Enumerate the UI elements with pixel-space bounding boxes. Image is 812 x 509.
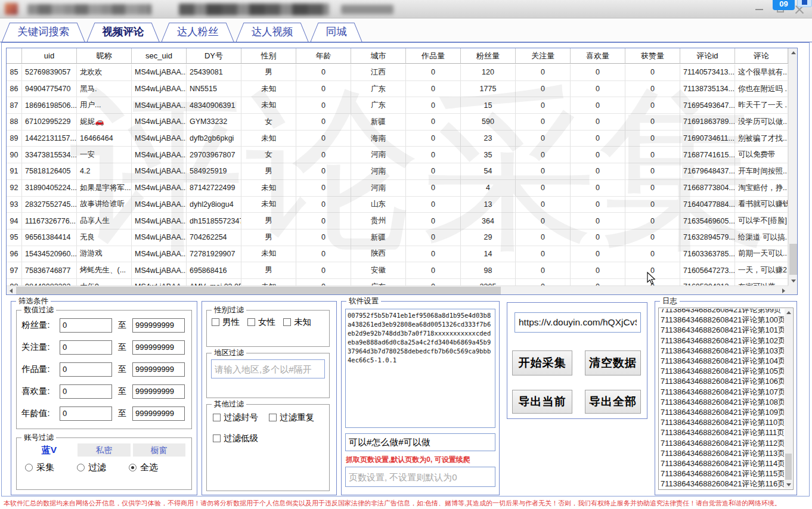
cell-关注量: 0	[516, 279, 571, 285]
works-max-input[interactable]	[132, 362, 185, 377]
cell-作品量: 0	[406, 131, 461, 147]
table-row[interactable]: 8694904775470黑马.MS4wLjABAA...NN5515未知0广东…	[7, 81, 788, 98]
cell-关注量: 0	[516, 97, 571, 113]
scroll-right-icon[interactable]	[779, 286, 788, 295]
button-开始采集[interactable]: 开始采集	[512, 350, 572, 375]
cell-性别: 男	[241, 64, 296, 80]
table-row[interactable]: 8914422131157...16466464MS4wLjABAA...dyf…	[7, 131, 788, 147]
age-max-input[interactable]	[132, 406, 185, 421]
account-segments: 蓝V私密橱窗	[23, 443, 185, 457]
account-segment-私密[interactable]: 私密	[78, 443, 130, 457]
scroll-up-icon[interactable]	[789, 48, 798, 57]
log-entry: 7113864346882608421评论第115页	[661, 468, 784, 479]
cell-关注量: 0	[516, 114, 571, 130]
scroll-left-icon[interactable]	[7, 286, 16, 295]
column-header-喜欢量[interactable]: 喜欢量	[571, 48, 625, 63]
cell-评论id: 71690734611...	[680, 131, 735, 147]
column-header-年龄[interactable]: 年龄	[296, 48, 351, 63]
cell-uid: 75818126405	[22, 163, 77, 179]
column-header-作品量[interactable]: 作品量	[406, 48, 461, 63]
likes-max-input[interactable]	[132, 384, 185, 399]
vertical-scroll-thumb[interactable]	[789, 244, 797, 275]
numeric-filter-row: 喜欢量:至	[17, 380, 191, 402]
tab-达人粉丝[interactable]: 达人粉丝	[162, 23, 234, 42]
cell-DY号: 29703967807	[187, 147, 241, 163]
cell-性别: 男	[241, 262, 296, 278]
cell-sec_uid: MS4wLjABAA...	[132, 180, 187, 196]
tab-视频评论[interactable]: 视频评论	[87, 23, 160, 42]
radio-采集[interactable]: 采集	[25, 462, 54, 473]
button-清空数据[interactable]: 清空数据	[585, 350, 641, 375]
column-header-获赞量[interactable]: 获赞量	[625, 48, 680, 63]
log-listbox[interactable]: 7113864346882608421评论第99页711386434688260…	[658, 308, 794, 490]
table-row[interactable]: 8867102995229妮妮🚗MS4wLjABAA...GYM33232女0新…	[7, 114, 788, 131]
account-segment-蓝V[interactable]: 蓝V	[23, 443, 75, 457]
vertical-scrollbar[interactable]	[788, 48, 797, 285]
table-row[interactable]: 9596561384414无良MS4wLjABAA...704262254男0新…	[7, 229, 788, 246]
column-header-DY号[interactable]: DY号	[187, 48, 241, 63]
pages-input[interactable]	[345, 467, 495, 487]
column-header-性别[interactable]: 性别	[241, 48, 296, 63]
horizontal-scrollbar[interactable]	[7, 285, 788, 294]
region-input[interactable]	[211, 359, 325, 378]
tab-达人视频[interactable]: 达人视频	[236, 23, 309, 42]
log-scroll-thumb[interactable]	[785, 454, 792, 480]
table-row[interactable]: 91758181264054.2MS4wLjABAA...584925919男0…	[7, 163, 788, 180]
table-row[interactable]: 9615434520960...游游戏MS4wLjABAA...72781929…	[7, 246, 788, 263]
checkbox-男性[interactable]: 男性	[212, 316, 240, 328]
age-min-input[interactable]	[60, 406, 112, 421]
button-导出当前[interactable]: 导出当前	[512, 390, 572, 414]
table-row[interactable]: 9411167326776...品享人生MS4wLjABAA...dh15185…	[7, 213, 788, 229]
checkbox-过滤重复[interactable]: 过滤重复	[269, 412, 314, 423]
tab-同城[interactable]: 同城	[311, 23, 362, 42]
button-导出全部[interactable]: 导出全部	[585, 390, 641, 414]
follows-max-input[interactable]	[132, 340, 185, 355]
url-input[interactable]	[515, 312, 641, 333]
account-segment-橱窗[interactable]: 橱窗	[133, 443, 185, 457]
license-textarea[interactable]	[345, 309, 495, 428]
log-scrollbar[interactable]	[785, 309, 792, 489]
column-header-粉丝量[interactable]: 粉丝量	[461, 48, 516, 63]
cell-获赞量: 0	[625, 197, 680, 213]
cell-DY号: dyhl2y8iogu4	[187, 197, 241, 213]
titlebar[interactable]	[0, 0, 812, 18]
cell-作品量: 0	[406, 262, 461, 278]
table-row[interactable]: 9775836746877烤蚝先生、(...MS4wLjABAA...69586…	[7, 262, 788, 279]
cell-城市: 广东	[351, 81, 406, 97]
keyword-input[interactable]	[345, 433, 495, 451]
table-row[interactable]: 9898440083202大年9MS4wLjABAA...AMV_mai 03.…	[7, 279, 788, 285]
checkbox-女性[interactable]: 女性	[247, 316, 275, 328]
works-min-input[interactable]	[60, 362, 112, 377]
table-row[interactable]: 9033473815534...一安MS4wLjABAA...297039678…	[7, 147, 788, 163]
scroll-down-icon[interactable]	[789, 277, 798, 285]
horizontal-scroll-thumb[interactable]	[16, 287, 501, 294]
checkbox-过滤封号[interactable]: 过滤封号	[213, 412, 258, 423]
table-row[interactable]: 9328327552745...故事讲给谁听MS4wLjABAA...dyhl2…	[7, 197, 788, 213]
minimize-button[interactable]	[750, 1, 768, 17]
radio-过滤[interactable]: 过滤	[77, 462, 106, 473]
column-header-sec_uid[interactable]: sec_uid	[132, 48, 187, 63]
column-header-评论[interactable]: 评论	[735, 48, 788, 63]
table-row[interactable]: 8552769839057龙欢欢MS4wLjABAA...25439081男0江…	[7, 64, 788, 81]
fans-min-input[interactable]	[60, 318, 112, 333]
scroll-down-icon[interactable]	[785, 481, 792, 489]
table-row[interactable]: 9231890405224...如果是宇将军...MS4wLjABAA...87…	[7, 180, 788, 197]
fans-max-input[interactable]	[132, 318, 185, 333]
follows-min-input[interactable]	[60, 340, 112, 355]
checkbox-未知[interactable]: 未知	[283, 316, 311, 328]
likes-min-input[interactable]	[60, 384, 112, 399]
scroll-up-icon[interactable]	[785, 309, 792, 316]
column-header-评论id[interactable]: 评论id	[680, 48, 735, 63]
column-header-uid[interactable]: uid	[22, 48, 77, 63]
table-row[interactable]: 8718696198506...用户...MS4wLjABAA...483409…	[7, 97, 788, 114]
data-table[interactable]: uid昵称sec_uidDY号性别年龄城市作品量粉丝量关注量喜欢量获赞量评论id…	[6, 48, 798, 295]
cell-评论id: 71605647273...	[680, 262, 735, 278]
radio-全选[interactable]: 全选	[129, 462, 158, 473]
column-header-城市[interactable]: 城市	[351, 48, 406, 63]
tab-关键词搜索[interactable]: 关键词搜索	[2, 23, 85, 42]
log-list: 7113864346882608421评论第99页711386434688260…	[661, 309, 784, 489]
column-header-昵称[interactable]: 昵称	[77, 48, 132, 63]
cell-sec_uid: MS4wLjABAA...	[132, 81, 187, 97]
column-header-关注量[interactable]: 关注量	[516, 48, 571, 63]
checkbox-过滤低级[interactable]: 过滤低级	[213, 433, 258, 444]
